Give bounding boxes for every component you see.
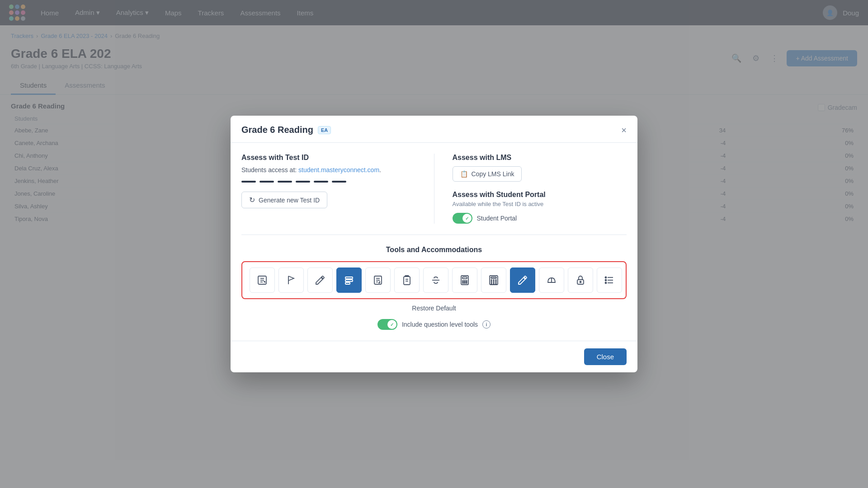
assess-test-id-section: Assess with Test ID Students access at: … bbox=[241, 154, 434, 224]
tool-calculator-sci-button[interactable] bbox=[481, 267, 506, 293]
assess-test-id-text: Students access at: student.masteryconne… bbox=[241, 166, 416, 174]
modal-header: Grade 6 Reading EA × bbox=[231, 116, 637, 143]
svg-rect-5 bbox=[345, 280, 353, 282]
student-portal-link[interactable]: student.masteryconnect.com bbox=[298, 166, 379, 174]
svg-point-41 bbox=[605, 277, 607, 278]
tool-list-button[interactable] bbox=[597, 267, 622, 293]
toggle-knob: ✓ bbox=[462, 214, 472, 223]
svg-point-42 bbox=[605, 280, 607, 281]
assess-lms-title: Assess with LMS bbox=[453, 154, 627, 162]
include-tools-label: Include question level tools bbox=[402, 321, 478, 328]
test-id-dash-1 bbox=[241, 181, 256, 183]
tool-highlight-button[interactable] bbox=[336, 267, 362, 293]
svg-point-25 bbox=[491, 280, 492, 281]
test-id-dash-4 bbox=[296, 181, 310, 183]
svg-point-21 bbox=[464, 282, 465, 283]
ea-badge: EA bbox=[318, 126, 331, 134]
student-portal-section-title: Assess with Student Portal bbox=[453, 191, 627, 199]
refresh-icon: ↻ bbox=[249, 196, 255, 204]
svg-point-30 bbox=[495, 282, 496, 282]
svg-point-26 bbox=[493, 280, 494, 281]
modal-title: Grade 6 Reading EA bbox=[241, 125, 331, 135]
tools-title: Tools and Accommodations bbox=[241, 246, 627, 254]
svg-rect-4 bbox=[345, 277, 353, 279]
include-tools-toggle[interactable]: ✓ bbox=[377, 319, 397, 330]
svg-point-18 bbox=[464, 281, 465, 282]
tool-pencil-button[interactable] bbox=[307, 267, 333, 293]
modal-close-button[interactable]: × bbox=[621, 126, 627, 135]
test-id-dash-6 bbox=[332, 181, 346, 183]
include-tools-knob: ✓ bbox=[387, 320, 396, 329]
svg-point-20 bbox=[462, 282, 463, 283]
tool-note-button[interactable] bbox=[365, 267, 391, 293]
tool-calculator-basic-button[interactable] bbox=[452, 267, 477, 293]
student-portal-toggle[interactable]: ✓ bbox=[453, 213, 472, 224]
svg-point-32 bbox=[493, 283, 494, 284]
tool-draw-button[interactable] bbox=[510, 267, 535, 293]
svg-point-33 bbox=[495, 283, 496, 284]
assess-lms-section: Assess with LMS 📋 Copy LMS Link Assess w… bbox=[434, 154, 627, 224]
info-icon[interactable]: i bbox=[482, 320, 491, 328]
svg-rect-6 bbox=[345, 282, 350, 284]
modal-two-col: Assess with Test ID Students access at: … bbox=[241, 154, 627, 235]
svg-point-27 bbox=[495, 280, 496, 281]
student-portal-label: Student Portal bbox=[477, 215, 517, 222]
svg-point-43 bbox=[605, 282, 607, 284]
svg-point-28 bbox=[491, 282, 492, 282]
tool-lock-button[interactable] bbox=[568, 267, 593, 293]
tool-clipboard-button[interactable] bbox=[394, 267, 420, 293]
svg-point-19 bbox=[466, 281, 467, 282]
svg-rect-16 bbox=[462, 277, 467, 279]
generate-test-id-button[interactable]: ↻ Generate new Test ID bbox=[241, 192, 327, 208]
svg-point-17 bbox=[462, 281, 463, 282]
copy-lms-button[interactable]: 📋 Copy LMS Link bbox=[453, 166, 522, 182]
modal-body: Assess with Test ID Students access at: … bbox=[231, 143, 637, 341]
copy-icon: 📋 bbox=[460, 170, 468, 178]
svg-point-22 bbox=[466, 282, 467, 283]
restore-default-link[interactable]: Restore Default bbox=[241, 305, 627, 312]
student-portal-toggle-row: ✓ Student Portal bbox=[453, 213, 627, 224]
modal-footer: Close bbox=[231, 341, 637, 372]
svg-rect-11 bbox=[404, 277, 410, 285]
tools-section: Tools and Accommodations bbox=[241, 246, 627, 330]
student-portal-availability: Available while the Test ID is active bbox=[453, 201, 627, 207]
svg-rect-24 bbox=[491, 277, 496, 278]
tool-edit-button[interactable] bbox=[250, 267, 275, 293]
test-id-dash-2 bbox=[259, 181, 274, 183]
tools-container bbox=[241, 261, 627, 299]
assess-test-id-title: Assess with Test ID bbox=[241, 154, 416, 162]
close-button[interactable]: Close bbox=[584, 348, 627, 365]
test-id-dash-3 bbox=[278, 181, 292, 183]
svg-point-31 bbox=[491, 283, 492, 284]
modal: Grade 6 Reading EA × Assess with Test ID… bbox=[231, 116, 637, 372]
tool-protractor-button[interactable] bbox=[539, 267, 564, 293]
tool-flag-button[interactable] bbox=[278, 267, 304, 293]
tool-strikethrough-button[interactable] bbox=[423, 267, 448, 293]
svg-point-37 bbox=[580, 282, 581, 283]
test-id-dashes bbox=[241, 181, 416, 183]
test-id-dash-5 bbox=[314, 181, 328, 183]
include-tools-row: ✓ Include question level tools i bbox=[241, 319, 627, 330]
svg-point-29 bbox=[493, 282, 494, 282]
